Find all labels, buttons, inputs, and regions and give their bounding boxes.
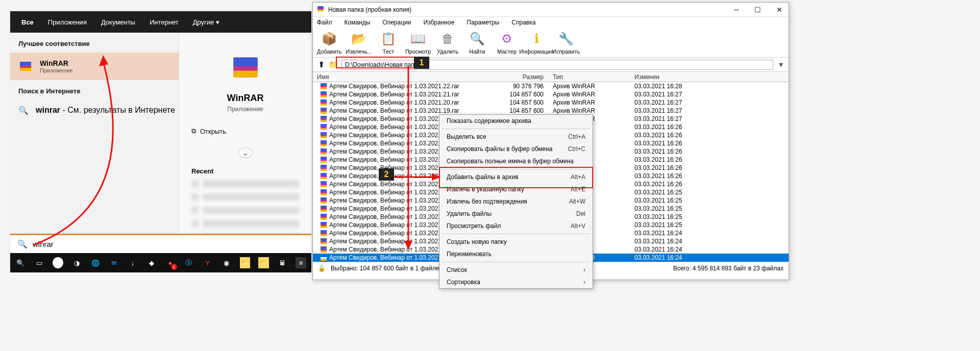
- search-tab-web[interactable]: Интернет: [150, 18, 179, 26]
- archive-icon: [320, 99, 327, 106]
- toolbar-repair-button[interactable]: 🔧Исправить: [554, 30, 578, 55]
- archive-icon: [320, 213, 327, 220]
- downloads-icon[interactable]: ↓: [128, 257, 138, 268]
- menu-favorites[interactable]: Избранное: [424, 19, 455, 26]
- svg-rect-65: [321, 230, 327, 233]
- recent-item[interactable]: [191, 207, 299, 216]
- search-input[interactable]: [33, 240, 304, 248]
- file-row[interactable]: Артем Свидиров, Вебинар от 1.03.2021.22.…: [313, 82, 789, 90]
- file-row[interactable]: Артем Свидиров, Вебинар от 1.03.2021.20.…: [313, 98, 789, 107]
- toolbar-delete-button[interactable]: 🗑Удалить: [435, 30, 460, 55]
- archive-icon: [320, 132, 327, 139]
- toolbar-view-button[interactable]: 📖Просмотр: [406, 30, 430, 55]
- camera-icon[interactable]: ◉: [221, 257, 232, 268]
- menu-shortcut: Del: [576, 210, 585, 217]
- folder-icon[interactable]: 📁: [258, 257, 269, 268]
- toolbar-add-button[interactable]: 📦Добавить: [317, 30, 341, 55]
- app-icon[interactable]: ◆: [146, 257, 157, 268]
- context-menu-item[interactable]: Список›: [439, 264, 593, 276]
- svg-rect-1: [20, 62, 31, 66]
- file-name: Артем Свидиров, Вебинар от 1.03.2021.8.r…: [329, 197, 456, 204]
- preview-open-button[interactable]: ⧉ Открыть: [191, 127, 226, 135]
- close-button[interactable]: ✕: [776, 6, 782, 14]
- svg-rect-62: [321, 222, 327, 224]
- svg-rect-11: [321, 83, 327, 86]
- minimize-button[interactable]: ─: [734, 6, 739, 14]
- menu-file[interactable]: Файл: [317, 19, 332, 26]
- archive-icon: [320, 115, 327, 122]
- search-tab-docs[interactable]: Документы: [101, 18, 135, 26]
- col-name[interactable]: Имя: [313, 73, 492, 81]
- context-menu-item[interactable]: Выделить всеCtrl+A: [439, 131, 593, 143]
- toolbar-label: Информация: [519, 48, 553, 55]
- context-menu-item[interactable]: Добавить файлы в архивAlt+A: [439, 171, 593, 183]
- archive-icon: [320, 83, 327, 90]
- menu-shortcut: Alt+V: [571, 222, 585, 230]
- search-icon[interactable]: 🔍: [15, 257, 26, 268]
- toolbar-label: Извлечь...: [346, 48, 372, 55]
- task-view-icon[interactable]: ▭: [34, 257, 45, 268]
- menu-commands[interactable]: Команды: [345, 19, 371, 26]
- context-menu-item[interactable]: Извлечь без подтвержденияAlt+W: [439, 195, 593, 208]
- folder-icon[interactable]: 📁: [240, 257, 251, 268]
- svg-rect-38: [321, 157, 327, 159]
- svg-rect-60: [321, 218, 327, 220]
- context-menu-item[interactable]: Удалить файлыDel: [439, 208, 593, 220]
- maximize-button[interactable]: ☐: [754, 6, 761, 14]
- folder-up-button[interactable]: ⬆: [316, 60, 326, 70]
- recent-item[interactable]: [191, 180, 299, 189]
- col-type[interactable]: Тип: [553, 73, 634, 81]
- menu-item-label: Извлечь без подтверждения: [447, 198, 527, 205]
- path-input[interactable]: [341, 60, 773, 70]
- search-tab-more[interactable]: Другие ▾: [193, 18, 219, 26]
- file-modified: 03.03.2021 16:24: [634, 238, 789, 245]
- archive-icon: [320, 197, 327, 204]
- context-menu-item[interactable]: Скопировать файлы в буфер обменаCtrl+C: [439, 143, 593, 155]
- context-menu-item[interactable]: Переименовать: [439, 248, 593, 260]
- menu-operations[interactable]: Операции: [382, 19, 411, 26]
- context-menu-item[interactable]: Показать содержимое архива: [439, 115, 593, 127]
- path-dropdown-button[interactable]: ▾: [776, 60, 786, 69]
- messenger-icon[interactable]: ✉: [109, 257, 119, 268]
- context-menu-item[interactable]: Скопировать полные имена в буфер обмена: [439, 155, 593, 167]
- toolbar-info-button[interactable]: ℹИнформация: [524, 30, 549, 55]
- file-modified: 03.03.2021 16:25: [634, 213, 789, 220]
- recent-item[interactable]: [191, 193, 299, 203]
- context-menu-item[interactable]: Сортировка›: [439, 276, 593, 288]
- browser-icon[interactable]: Y: [202, 257, 213, 268]
- browser-icon[interactable]: [53, 257, 63, 268]
- file-row[interactable]: Артем Свидиров, Вебинар от 1.03.2021.19.…: [313, 107, 789, 115]
- search-tab-apps[interactable]: Приложения: [48, 18, 87, 26]
- file-modified: 03.03.2021 16:24: [634, 230, 789, 237]
- menu-separator: [442, 169, 591, 169]
- context-menu-item[interactable]: Создать новую папку: [439, 236, 593, 248]
- toolbar-wizard-button[interactable]: ⚙Мастер: [495, 30, 519, 55]
- menu-options[interactable]: Параметры: [467, 19, 499, 26]
- browser-icon[interactable]: 🌐: [90, 257, 101, 268]
- preview-expand-button[interactable]: ⌄: [238, 147, 253, 158]
- toolbar-test-button[interactable]: 📋Тест: [376, 30, 401, 55]
- toolbar-extract-button[interactable]: 📂Извлечь...: [347, 30, 371, 55]
- file-row[interactable]: Артем Свидиров, Вебинар от 1.03.2021.21.…: [313, 90, 789, 98]
- skype-icon[interactable]: Ⓢ: [184, 257, 194, 268]
- status-selected: Выбрано: 104 857 600 байт в 1 файле: [331, 265, 439, 272]
- editor-icon[interactable]: ≡: [296, 257, 306, 268]
- context-menu-item[interactable]: Просмотреть файлAlt+V: [439, 220, 593, 232]
- menu-help[interactable]: Справка: [511, 19, 535, 26]
- svg-rect-23: [321, 116, 327, 118]
- power-icon[interactable]: ◑: [71, 257, 82, 268]
- wizard-icon: ⚙: [498, 30, 516, 47]
- col-modified[interactable]: Изменен: [634, 73, 789, 81]
- toolbar-find-button[interactable]: 🔍Найти: [465, 30, 489, 55]
- app-icon[interactable]: ●1: [165, 257, 176, 268]
- svg-rect-29: [321, 132, 327, 135]
- menu-shortcut: Alt+W: [569, 198, 585, 205]
- search-tab-all[interactable]: Все: [21, 18, 34, 26]
- menu-item-label: Удалить файлы: [447, 210, 492, 217]
- recent-item[interactable]: [191, 220, 299, 229]
- context-menu-item[interactable]: Извлечь в указанную папкуAlt+E: [439, 183, 593, 195]
- col-size[interactable]: Размер: [492, 73, 553, 81]
- calc-icon[interactable]: 🖩: [277, 257, 288, 268]
- svg-rect-4: [233, 58, 257, 66]
- svg-rect-36: [321, 153, 327, 155]
